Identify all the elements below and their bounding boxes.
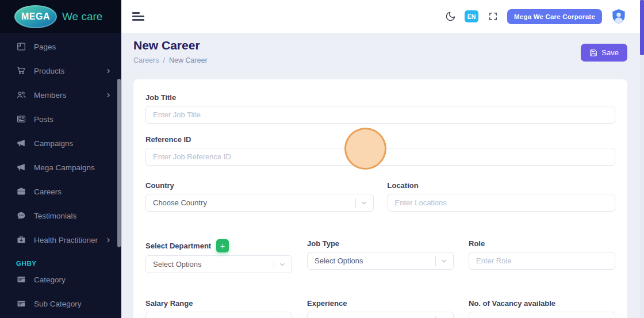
salary-range-group: Salary Range Choose Salary Range xyxy=(145,299,292,318)
vacancy-input[interactable] xyxy=(469,312,615,318)
department-select-value: Select Options xyxy=(153,260,274,269)
sidebar-item-pages[interactable]: Pages xyxy=(0,35,121,59)
sidebar-scrollbar-thumb[interactable] xyxy=(117,79,121,247)
job-title-label: Job Title xyxy=(145,93,615,102)
job-type-select[interactable]: Select Options xyxy=(307,252,454,270)
topbar: EN Mega We Care Corporate xyxy=(121,0,644,33)
country-select-value: Choose Country xyxy=(153,198,355,207)
posts-icon xyxy=(16,114,26,124)
menu-toggle-icon[interactable] xyxy=(132,12,144,20)
chevron-right-icon xyxy=(106,68,111,74)
brand-logo: MEGA We care xyxy=(0,0,121,33)
sidebar-item-label: Campaigns xyxy=(34,139,73,148)
sidebar-item-category[interactable]: Category xyxy=(0,267,121,292)
testimonials-icon xyxy=(16,210,26,221)
sidebar-item-careers[interactable]: Careers xyxy=(0,179,121,204)
members-icon xyxy=(16,90,26,100)
page-content: New Career Careers / New Career Save xyxy=(121,33,644,318)
sidebar-item-label: Health Practitioner xyxy=(34,236,98,244)
save-button[interactable]: Save xyxy=(581,44,627,62)
page-header: New Career Careers / New Career Save xyxy=(133,39,627,64)
save-icon xyxy=(589,49,597,57)
add-department-button[interactable]: + xyxy=(216,239,229,252)
page-title: New Career xyxy=(133,39,208,52)
main-area: EN Mega We Care Corporate New Career Car… xyxy=(121,0,644,318)
careers-icon xyxy=(16,186,26,197)
pages-icon xyxy=(16,41,26,52)
department-group: Select Department + Select Options xyxy=(145,239,292,273)
sidebar-item-label: Sub Category xyxy=(34,300,82,308)
sidebar-item-health-practitioner[interactable]: Health Practitioner xyxy=(0,228,121,252)
breadcrumb-current: New Career xyxy=(169,56,208,64)
sidebar-item-label: Category xyxy=(34,275,66,284)
job-title-input[interactable] xyxy=(145,106,615,124)
campaigns-icon xyxy=(16,138,26,148)
job-title-group: Job Title xyxy=(145,93,615,124)
sidebar-item-label: Posts xyxy=(34,115,53,124)
department-select[interactable]: Select Options xyxy=(145,255,292,273)
job-type-label: Job Type xyxy=(307,239,454,248)
sub-category-icon xyxy=(16,298,26,309)
reference-id-input[interactable] xyxy=(145,148,615,166)
mega-logo-icon: MEGA xyxy=(14,5,57,28)
topbar-controls: EN Mega We Care Corporate xyxy=(444,8,627,25)
department-label: Select Department xyxy=(145,242,211,250)
role-input[interactable] xyxy=(469,252,615,270)
sidebar-item-campaigns[interactable]: Campaigns xyxy=(0,131,121,155)
sidebar-nav: Pages Products Members xyxy=(0,33,121,316)
sidebar-item-mega-campaigns[interactable]: Mega Campaigns xyxy=(0,155,121,179)
chevron-down-icon xyxy=(278,260,286,269)
breadcrumb-careers-link[interactable]: Careers xyxy=(133,56,159,64)
country-select[interactable]: Choose Country xyxy=(145,194,374,212)
window-scrollbar-thumb[interactable] xyxy=(640,0,644,55)
location-input[interactable] xyxy=(388,194,616,212)
sidebar-item-posts[interactable]: Posts xyxy=(0,107,121,131)
chevron-down-icon xyxy=(360,199,368,207)
language-badge[interactable]: EN xyxy=(465,10,478,22)
country-group: Country Choose Country xyxy=(145,181,374,212)
select-divider xyxy=(435,316,436,318)
user-avatar-icon[interactable] xyxy=(610,8,627,25)
role-label: Role xyxy=(469,239,615,248)
salary-range-label: Salary Range xyxy=(145,299,292,308)
window-scrollbar-track xyxy=(640,0,644,318)
new-career-form-card: Job Title Reference ID Country Choose Co… xyxy=(133,79,627,318)
vacancy-label: No. of Vacancy available xyxy=(469,299,615,308)
job-type-group: Job Type Select Options xyxy=(307,239,454,273)
select-divider xyxy=(355,198,356,208)
breadcrumb-separator: / xyxy=(163,56,164,64)
sidebar-item-sub-category[interactable]: Sub Category xyxy=(0,292,121,316)
sidebar-item-label: Products xyxy=(34,67,64,75)
select-divider xyxy=(435,256,436,266)
sidebar-item-label: Testimonials xyxy=(34,212,76,220)
sidebar-section-ghby: GHBY xyxy=(16,260,121,267)
sidebar-item-label: Mega Campaigns xyxy=(34,163,95,172)
health-practitioner-icon xyxy=(16,235,26,245)
category-icon xyxy=(16,274,26,285)
sidebar: MEGA We care Pages Products xyxy=(0,0,121,318)
brand-name: MEGA xyxy=(21,12,50,22)
breadcrumb: Careers / New Career xyxy=(133,56,208,64)
sidebar-item-members[interactable]: Members xyxy=(0,83,121,107)
dark-mode-moon-icon[interactable] xyxy=(444,10,457,23)
app-window: MEGA We care Pages Products xyxy=(0,0,644,318)
workspace-button[interactable]: Mega We Care Corporate xyxy=(507,9,602,24)
experience-select[interactable]: Choose Experience xyxy=(307,312,454,318)
sidebar-item-products[interactable]: Products xyxy=(0,59,121,83)
sidebar-item-label: Members xyxy=(34,91,66,99)
experience-group: Experience Choose Experience xyxy=(307,299,454,318)
location-label: Location xyxy=(388,181,616,190)
reference-id-group: Reference ID xyxy=(145,135,615,166)
experience-label: Experience xyxy=(307,299,454,308)
chevron-down-icon xyxy=(440,257,448,265)
chevron-right-icon xyxy=(106,237,111,243)
role-group: Role xyxy=(469,239,615,273)
location-group: Location xyxy=(388,181,616,212)
mega-campaigns-icon xyxy=(16,162,26,173)
salary-range-select[interactable]: Choose Salary Range xyxy=(145,312,292,318)
sidebar-item-testimonials[interactable]: Testimonials xyxy=(0,204,121,228)
country-label: Country xyxy=(145,181,374,190)
fullscreen-icon[interactable] xyxy=(486,10,499,23)
select-divider xyxy=(274,260,274,269)
job-type-select-value: Select Options xyxy=(315,256,435,265)
